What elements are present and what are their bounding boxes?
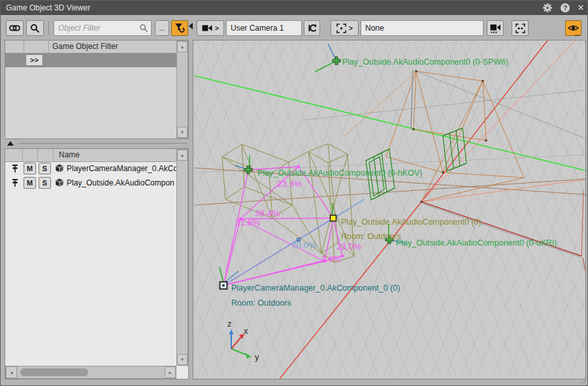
- 3d-viewport[interactable]: Play_Outside.AkAudioComponent0 (0-SPW6) …: [193, 40, 586, 379]
- camera-button[interactable]: [487, 20, 504, 36]
- focus-select-button[interactable]: >: [331, 20, 359, 36]
- object-list-header[interactable]: Name: [5, 149, 176, 162]
- camera-icon: [490, 24, 501, 33]
- expand-view-button[interactable]: [512, 20, 529, 36]
- filter-refresh-icon: [174, 23, 185, 33]
- search-icon: [139, 24, 148, 35]
- mute-button[interactable]: M: [24, 163, 36, 174]
- close-icon[interactable]: ×: [576, 3, 586, 13]
- ellipsis-icon: ...: [575, 30, 580, 37]
- cube-icon: [55, 178, 64, 187]
- transmission-percent: 70.0%: [291, 240, 316, 250]
- table-row[interactable]: M S Play_Outside.AkAudioCompon: [5, 176, 176, 190]
- game-object-filter-panel: Game Object Filter >> ▲ ▼: [5, 40, 189, 139]
- camera-select-button[interactable]: >: [197, 20, 224, 36]
- window-title: Game Object 3D Viewer: [6, 1, 90, 15]
- filter-table-header[interactable]: Game Object Filter: [5, 40, 176, 54]
- filter-expand-row[interactable]: >>: [5, 53, 176, 67]
- room-label: Room: Outdoors: [341, 232, 401, 241]
- emitter-label: Play_Outside.AkAudioComponent0 (0-SPW6): [342, 57, 508, 67]
- link-button[interactable]: [6, 20, 24, 36]
- emitter-label: Play_Outside.AkAudioComponent0 (0-hKOV): [257, 169, 422, 178]
- object-name: Play_Outside.AkAudioCompon: [67, 178, 176, 187]
- axis-x-label: x: [244, 326, 248, 336]
- chevron-right-icon: >: [215, 25, 219, 32]
- reset-view-icon: [307, 23, 318, 33]
- scroll-up-icon[interactable]: ▲: [177, 150, 188, 161]
- scroll-down-icon[interactable]: ▼: [177, 354, 188, 365]
- resize-grip-icon[interactable]: [580, 378, 586, 384]
- camera-name-field[interactable]: [226, 20, 302, 36]
- object-list-panel: Name M S PlayerCameraManager_0.AkCo M: [5, 148, 189, 379]
- scroll-up-icon[interactable]: ▲: [177, 41, 188, 52]
- titlebar[interactable]: Game Object 3D Viewer ? ×: [1, 1, 587, 15]
- list-vscrollbar[interactable]: ▲ ▼: [176, 149, 188, 366]
- search-icon: [30, 24, 40, 33]
- scroll-down-icon[interactable]: ▼: [177, 127, 188, 138]
- show-options-button[interactable]: ...: [565, 20, 581, 36]
- table-row[interactable]: M S PlayerCameraManager_0.AkCo: [5, 161, 176, 176]
- pin-icon[interactable]: [11, 164, 19, 173]
- splitter-collapse-icon[interactable]: [7, 141, 14, 146]
- emitter-label: Play_Outside.AkAudioComponent0 (0-uXRi): [396, 238, 557, 248]
- gear-icon[interactable]: [542, 3, 553, 13]
- mute-button[interactable]: M: [24, 177, 36, 189]
- scroll-right-icon[interactable]: ►: [165, 366, 176, 378]
- diffraction-percent: 21.8%: [235, 217, 260, 227]
- expand-icon: [515, 24, 525, 33]
- filter-vscrollbar[interactable]: ▲ ▼: [176, 40, 188, 138]
- axis-z-label: z: [227, 319, 232, 329]
- diffraction-percent: 7.6%: [321, 254, 341, 264]
- panel-collapse-handle[interactable]: [189, 23, 193, 29]
- hscroll-thumb[interactable]: [20, 368, 88, 376]
- emitter-label: Play_Outside.AkAudioComponent0 (0): [341, 217, 482, 227]
- axis-y-label: y: [255, 352, 259, 362]
- solo-button[interactable]: S: [39, 163, 51, 174]
- diffraction-percent: 36.4%: [255, 208, 280, 218]
- toolbar-separator: [48, 21, 49, 35]
- camera-icon: [202, 24, 212, 32]
- link-icon: [9, 23, 20, 33]
- help-icon[interactable]: ?: [560, 3, 570, 13]
- game-object-3d-viewer-window: Game Object 3D Viewer ? × ...: [0, 0, 588, 386]
- reset-view-button[interactable]: [304, 20, 320, 36]
- listener-label: PlayerCameraManager_0.AkComponent_0 (0): [231, 283, 400, 293]
- cube-icon: [55, 163, 64, 173]
- diffraction-percent: 23.0%: [336, 242, 361, 251]
- chevron-right-icon: >: [349, 25, 353, 32]
- list-hscrollbar[interactable]: ◄ ►: [5, 366, 176, 379]
- more-filter-button[interactable]: ...: [155, 20, 169, 36]
- object-name: PlayerCameraManager_0.AkCo: [67, 164, 176, 173]
- pin-icon[interactable]: [11, 178, 19, 187]
- 3d-scene[interactable]: [193, 40, 585, 379]
- svg-text:?: ?: [563, 4, 568, 12]
- search-button[interactable]: [26, 20, 44, 36]
- filter-table-header-label: Game Object Filter: [52, 42, 118, 51]
- room-label: Room: Outdoors: [231, 298, 291, 308]
- name-column-header: Name: [59, 150, 80, 159]
- panel-splitter[interactable]: [5, 140, 189, 148]
- diffraction-percent: 23.3%: [277, 179, 302, 189]
- solo-button[interactable]: S: [39, 177, 51, 189]
- object-filter-input[interactable]: [54, 20, 152, 36]
- focus-target-field[interactable]: [361, 20, 483, 36]
- filter-refresh-button[interactable]: [171, 20, 188, 36]
- scroll-left-icon[interactable]: ◄: [6, 366, 17, 378]
- expand-filter-button[interactable]: >>: [25, 54, 43, 66]
- focus-icon: [336, 24, 346, 33]
